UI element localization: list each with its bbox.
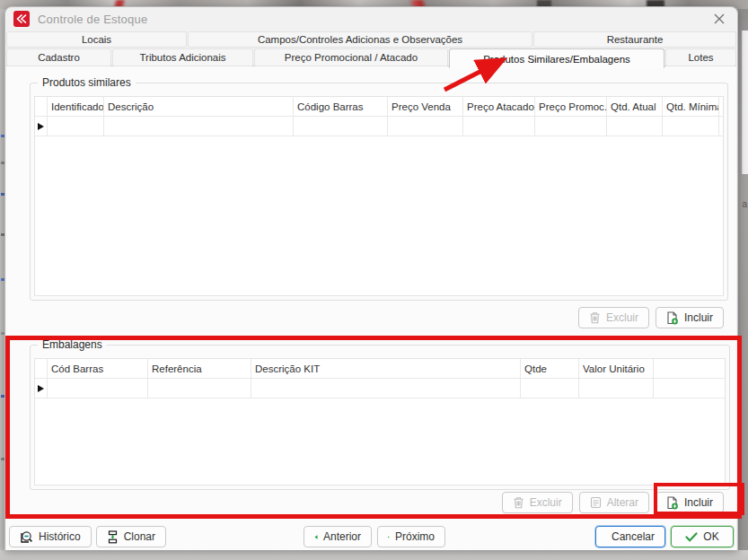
tab-campos-controles-adicionais[interactable]: Campos/Controles Adicionas e Observações — [188, 31, 532, 48]
button-label: Anterior — [323, 530, 361, 543]
cell[interactable] — [388, 117, 463, 136]
tab-preco-promocional-atacado[interactable]: Preço Promocional / Atacado — [254, 48, 448, 66]
history-search-icon — [20, 530, 33, 544]
group-embalagens: Embalagens Cód Barras Referência Descriç… — [30, 345, 730, 490]
dialog-footer: Histórico Clonar Ante — [6, 525, 736, 548]
button-label: Clonar — [124, 530, 155, 543]
cell-filler — [654, 379, 725, 398]
row-marker-cell — [35, 379, 48, 398]
tab-cadastro[interactable]: Cadastro — [6, 48, 111, 66]
col-codigo-barras[interactable]: Código Barras — [294, 97, 388, 116]
clone-icon — [107, 530, 119, 544]
group-title: Embalagens — [38, 338, 107, 351]
embalagens-grid[interactable]: Cód Barras Referência Descrição KIT Qtde… — [34, 358, 726, 486]
tab-tributos-adicionais[interactable]: Tributos Adicionais — [112, 48, 253, 66]
col-qtde[interactable]: Qtde — [521, 359, 579, 378]
button-label: Alterar — [607, 496, 638, 509]
tab-label: Restaurante — [607, 34, 664, 45]
historico-button[interactable]: Histórico — [9, 526, 92, 547]
cell[interactable] — [294, 117, 388, 136]
embalagens-alterar-button[interactable]: Alterar — [579, 492, 649, 513]
col-preco-atacado[interactable]: Preço Atacado — [463, 97, 535, 116]
arrow-left-icon — [314, 532, 318, 542]
document-plus-icon — [666, 496, 679, 510]
row-marker-cell — [35, 117, 48, 136]
similares-incluir-button[interactable]: Incluir — [656, 307, 724, 328]
col-preco-venda[interactable]: Preço Venda — [388, 97, 463, 116]
cell[interactable] — [48, 379, 148, 398]
tab-row-secondary: Locais Campos/Controles Adicionas e Obse… — [5, 31, 737, 48]
similares-excluir-button[interactable]: Excluir — [578, 307, 649, 328]
button-label: Próximo — [395, 530, 435, 543]
proximo-button[interactable]: Próximo — [377, 526, 445, 547]
tab-label: Campos/Controles Adicionas e Observações — [258, 34, 462, 45]
group-title: Produtos similares — [38, 76, 136, 89]
tab-produtos-similares-embalagens[interactable]: Produtos Similares/Embalagens — [449, 48, 664, 68]
trash-icon — [589, 311, 601, 324]
cell[interactable] — [104, 117, 294, 136]
close-icon[interactable] — [709, 9, 729, 29]
grid-header-row: Cód Barras Referência Descrição KIT Qtde… — [35, 359, 725, 379]
cancelar-button[interactable]: Cancelar — [595, 526, 665, 547]
col-identificador[interactable]: Identificador — [48, 97, 104, 116]
grid-header-row: Identificador Descrição Código Barras Pr… — [35, 97, 723, 117]
col-valor-unitario[interactable]: Valor Unitário — [579, 359, 654, 378]
col-referencia[interactable]: Referência — [148, 359, 251, 378]
button-label: OK — [703, 530, 718, 543]
current-row-marker-icon — [38, 123, 44, 130]
tab-label: Lotes — [688, 52, 713, 63]
tab-label: Cadastro — [38, 52, 80, 63]
cell[interactable] — [463, 117, 535, 136]
col-cod-barras[interactable]: Cód Barras — [48, 359, 148, 378]
green-check-icon — [685, 532, 698, 542]
tab-label: Tributos Adicionais — [139, 52, 225, 63]
ok-button[interactable]: OK — [671, 526, 734, 547]
cell[interactable] — [251, 379, 521, 398]
cell[interactable] — [579, 379, 654, 398]
button-label: Excluir — [530, 496, 562, 509]
cell[interactable] — [148, 379, 251, 398]
button-label: Incluir — [684, 311, 713, 324]
button-label: Excluir — [606, 311, 638, 324]
col-qtd-minima[interactable]: Qtd. Mínima — [663, 97, 719, 116]
group-produtos-similares: Produtos similares Identificador Descriç… — [30, 83, 728, 301]
tab-locais[interactable]: Locais — [6, 31, 187, 48]
background-right-strip: a — [738, 9, 748, 551]
cell[interactable] — [48, 117, 104, 136]
header-filler — [654, 359, 725, 378]
cell[interactable] — [663, 117, 719, 136]
embalagens-excluir-button[interactable]: Excluir — [502, 492, 573, 513]
col-preco-promoc[interactable]: Preço Promoc. — [535, 97, 607, 116]
cell[interactable] — [535, 117, 607, 136]
controle-de-estoque-dialog: Controle de Estoque Locais Campos/Contro… — [4, 6, 738, 550]
button-label: Incluir — [684, 496, 713, 509]
trash-icon — [513, 496, 524, 509]
title-bar[interactable]: Controle de Estoque — [5, 7, 737, 31]
tab-label: Produtos Similares/Embalagens — [483, 54, 630, 65]
cell-filler — [719, 117, 724, 136]
grid-data-row[interactable] — [35, 379, 725, 398]
grid-data-row[interactable] — [35, 117, 723, 136]
col-descricao-kit[interactable]: Descrição KIT — [251, 359, 521, 378]
cell[interactable] — [521, 379, 579, 398]
button-label: Histórico — [39, 530, 81, 543]
cell[interactable] — [607, 117, 663, 136]
tab-restaurante[interactable]: Restaurante — [533, 31, 736, 48]
col-descricao[interactable]: Descrição — [104, 97, 294, 116]
document-lines-icon — [590, 496, 602, 509]
button-label: Cancelar — [612, 530, 655, 543]
col-qtd-atual[interactable]: Qtd. Atual — [607, 97, 663, 116]
tab-label: Locais — [82, 34, 111, 45]
embalagens-incluir-button[interactable]: Incluir — [656, 492, 724, 513]
background-text-fragment: a — [742, 199, 747, 209]
similares-grid[interactable]: Identificador Descrição Código Barras Pr… — [34, 96, 724, 296]
header-marker-cell — [35, 359, 48, 378]
header-filler — [719, 97, 724, 116]
document-plus-icon — [666, 311, 679, 325]
tab-page-produtos-similares: Produtos similares Identificador Descriç… — [6, 66, 736, 550]
clonar-button[interactable]: Clonar — [96, 526, 166, 547]
background-bottom-strip — [0, 550, 748, 560]
tab-lotes[interactable]: Lotes — [665, 48, 736, 66]
app-logo-icon — [13, 11, 30, 27]
anterior-button[interactable]: Anterior — [304, 526, 372, 547]
